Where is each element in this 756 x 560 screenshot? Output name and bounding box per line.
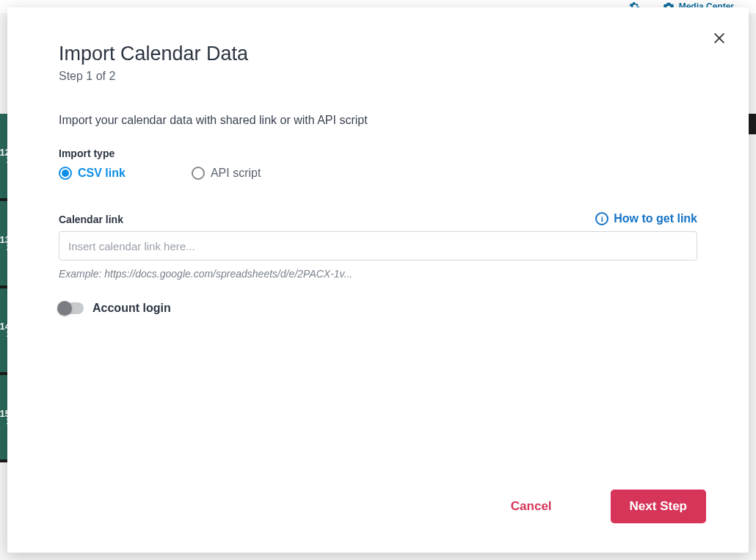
import-type-label: Import type (59, 148, 697, 159)
radio-csv-link[interactable]: CSV link (59, 167, 126, 180)
close-button[interactable] (709, 28, 730, 48)
cancel-button[interactable]: Cancel (511, 499, 552, 514)
account-login-label: Account login (92, 302, 171, 315)
calendar-link-label: Calendar link (59, 214, 123, 225)
modal-description: Import your calendar data with shared li… (59, 114, 697, 127)
close-icon (712, 31, 727, 46)
radio-label: CSV link (78, 167, 126, 180)
info-icon: i (595, 212, 608, 225)
radio-label: API script (211, 167, 261, 180)
modal-body: Import Calendar Data Step 1 of 2 Import … (7, 7, 749, 470)
import-type-radio-group: CSV link API script (59, 167, 697, 180)
radio-api-script[interactable]: API script (192, 167, 261, 180)
calendar-link-input[interactable] (59, 231, 697, 261)
next-step-button[interactable]: Next Step (611, 490, 706, 523)
help-link-text: How to get link (614, 212, 697, 225)
import-calendar-modal: Import Calendar Data Step 1 of 2 Import … (7, 7, 749, 553)
modal-footer: Cancel Next Step (7, 470, 749, 553)
account-login-toggle[interactable] (59, 302, 84, 314)
calendar-link-example: Example: https://docs.google.com/spreads… (59, 268, 697, 280)
how-to-get-link[interactable]: i How to get link (595, 212, 697, 225)
radio-circle-icon (59, 167, 72, 180)
toggle-knob-icon (57, 301, 72, 316)
step-indicator: Step 1 of 2 (59, 70, 697, 83)
radio-circle-icon (192, 167, 205, 180)
modal-title: Import Calendar Data (59, 43, 697, 65)
